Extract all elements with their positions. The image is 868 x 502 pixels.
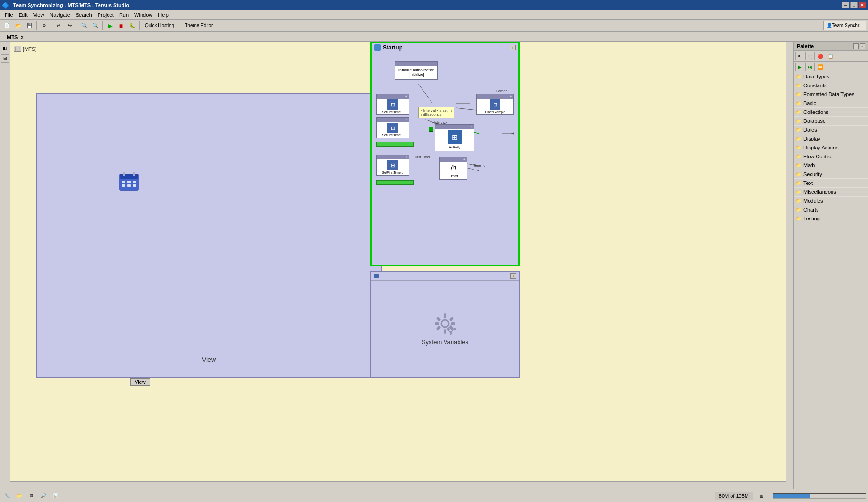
undo-button[interactable]: ↩ — [53, 21, 64, 30]
svg-rect-21 — [444, 313, 446, 318]
palette-item-collections[interactable]: Collections — [794, 108, 868, 117]
palette-item-math[interactable]: Math — [794, 161, 868, 170]
mts-breadcrumb: [-] [MTS] — [14, 46, 36, 52]
run-palette-btn[interactable]: ▶ — [795, 63, 804, 71]
svg-rect-30 — [450, 325, 452, 328]
run-button[interactable]: ▶ — [105, 21, 115, 30]
svg-rect-7 — [133, 184, 136, 187]
menu-run[interactable]: Run — [116, 11, 131, 19]
palette-item-formatted-data-types[interactable]: Formatted Data Types — [794, 90, 868, 99]
palette-item-miscellaneous[interactable]: Miscellaneous — [794, 188, 868, 197]
palette-item-security[interactable]: Security — [794, 170, 868, 179]
palette-item-constants[interactable]: Constants — [794, 81, 868, 90]
sysvar-content: System Variables — [371, 281, 519, 377]
menu-help[interactable]: Help — [155, 11, 172, 19]
palette-item-text[interactable]: Text — [794, 179, 868, 188]
svg-rect-26 — [449, 316, 454, 321]
mts-tab[interactable]: MTS × — [2, 33, 29, 41]
initialize-node[interactable]: + Initialize Authorization[Initialize] — [395, 61, 438, 80]
startup-close[interactable]: + — [510, 45, 516, 50]
palette-btn-4[interactable]: 📋 — [826, 52, 835, 60]
set-first-timer-3[interactable]: + ⊞ SetFirstTime... — [376, 155, 409, 176]
status-action-btn[interactable]: 🗑 — [757, 491, 767, 501]
status-icon-1[interactable]: 🔧 — [2, 491, 12, 501]
theme-editor-button[interactable]: Theme Editor — [181, 21, 216, 30]
title-bar-buttons[interactable]: ─ □ ✕ — [842, 2, 866, 8]
svg-rect-24 — [451, 322, 455, 325]
svg-rect-33 — [453, 328, 456, 330]
quick-hosting-button[interactable]: Quick Hosting — [142, 21, 177, 30]
palette-item-dates[interactable]: Dates — [794, 126, 868, 134]
maximize-button[interactable]: □ — [850, 2, 858, 8]
set-first-timer-3-icon: ⊞ — [387, 160, 398, 170]
mts-tab-close[interactable]: × — [21, 35, 23, 40]
palette-item-display-actions[interactable]: Display Actions — [794, 143, 868, 152]
rect-select-button[interactable]: ⬚ — [805, 52, 815, 60]
select-tool-button[interactable]: ↖ — [795, 52, 804, 60]
menu-navigate[interactable]: Navigate — [47, 11, 72, 19]
mts-collapse-icon[interactable]: [-] — [14, 46, 21, 52]
palette-item-flow-control[interactable]: Flow Control — [794, 152, 868, 161]
new-button[interactable]: 📄 — [2, 21, 12, 30]
save-button[interactable]: 💾 — [24, 21, 35, 30]
team-sync-button[interactable]: 👤 Team Synchr... — [823, 21, 866, 30]
timer-node[interactable]: + ⏱ Timer — [439, 157, 467, 180]
canvas-scrollbar-vertical[interactable] — [786, 42, 793, 489]
sysvar-expand[interactable]: + — [510, 273, 516, 279]
palette-scroll[interactable]: Data Types Constants Formatted Data Type… — [794, 72, 868, 489]
activity-node[interactable]: + ⊞ Activity — [435, 124, 474, 151]
set-first-timer-3-label: SetFirstTime... — [379, 171, 407, 174]
palette-item-basic[interactable]: Basic — [794, 99, 868, 108]
palette-min[interactable]: _ — [853, 43, 859, 49]
palette-item-testing[interactable]: Testing — [794, 214, 868, 223]
close-button[interactable]: ✕ — [859, 2, 866, 8]
menu-view[interactable]: View — [30, 11, 47, 19]
panel-btn-2[interactable]: ⊞ — [1, 54, 9, 63]
timer-example-node[interactable]: + ⊞ TimerExample — [476, 94, 514, 115]
svg-rect-32 — [447, 328, 450, 330]
palette-testing-label: Testing — [803, 216, 820, 221]
redo-button[interactable]: ↪ — [65, 21, 75, 30]
zoom-in-button[interactable]: 🔍 — [79, 21, 89, 30]
palette-item-display[interactable]: Display — [794, 134, 868, 143]
open-button[interactable]: 📂 — [13, 21, 23, 30]
palette-item-data-types[interactable]: Data Types — [794, 72, 868, 81]
palette-btn-3[interactable]: 🔴 — [816, 52, 825, 60]
set-first-timer-1-icon: ⊞ — [387, 99, 398, 110]
debug-button[interactable]: 🐛 — [127, 21, 137, 30]
menu-bar: File Edit View Navigate Search Project R… — [0, 10, 868, 20]
set-first-timer-1[interactable]: + ⊞ SetFirstTime... — [376, 94, 409, 115]
theme-editor-label: Theme Editor — [185, 23, 213, 28]
canvas-scrollbar-horizontal[interactable] — [10, 481, 786, 489]
zoom-out-button[interactable]: 🔍 — [90, 21, 100, 30]
status-icon-2[interactable]: 📁 — [14, 491, 24, 501]
palette-item-charts[interactable]: Charts — [794, 205, 868, 214]
stop-button[interactable]: ■ — [116, 21, 126, 30]
minimize-button[interactable]: ─ — [842, 2, 849, 8]
menu-search[interactable]: Search — [73, 11, 95, 19]
toolbar: 📄 📂 💾 ⚙ ↩ ↪ 🔍 🔍 ▶ ■ 🐛 Quick Hosting Them… — [0, 20, 868, 32]
menu-file[interactable]: File — [2, 11, 16, 19]
menu-project[interactable]: Project — [95, 11, 116, 19]
palette-max[interactable]: » — [860, 43, 865, 49]
status-icon-3[interactable]: 🖥 — [26, 491, 36, 501]
menu-edit[interactable]: Edit — [16, 11, 30, 19]
menu-window[interactable]: Window — [131, 11, 155, 19]
svg-rect-23 — [435, 322, 439, 325]
green-bar-1 — [376, 142, 414, 147]
left-panel: ◧ ⊞ — [0, 42, 10, 489]
svg-line-10 — [418, 84, 432, 103]
palette-item-modules[interactable]: Modules — [794, 197, 868, 205]
palette-data-types-label: Data Types — [803, 74, 829, 79]
fast-fwd-btn[interactable]: ⏩ — [816, 63, 825, 71]
status-icon-4[interactable]: 🔎 — [38, 491, 49, 501]
status-icon-5[interactable]: 📊 — [50, 491, 61, 501]
settings-button[interactable]: ⚙ — [39, 21, 49, 30]
view-tab[interactable]: View — [130, 378, 150, 386]
step-btn[interactable]: ⏭ — [805, 63, 815, 71]
panel-btn-1[interactable]: ◧ — [1, 44, 9, 52]
set-first-timer-2[interactable]: + ⊞ SetFirstTime... — [376, 117, 409, 138]
palette-item-database[interactable]: Database — [794, 117, 868, 126]
separator-2 — [51, 21, 51, 30]
canvas-area[interactable]: [-] [MTS] + View — [10, 42, 793, 489]
